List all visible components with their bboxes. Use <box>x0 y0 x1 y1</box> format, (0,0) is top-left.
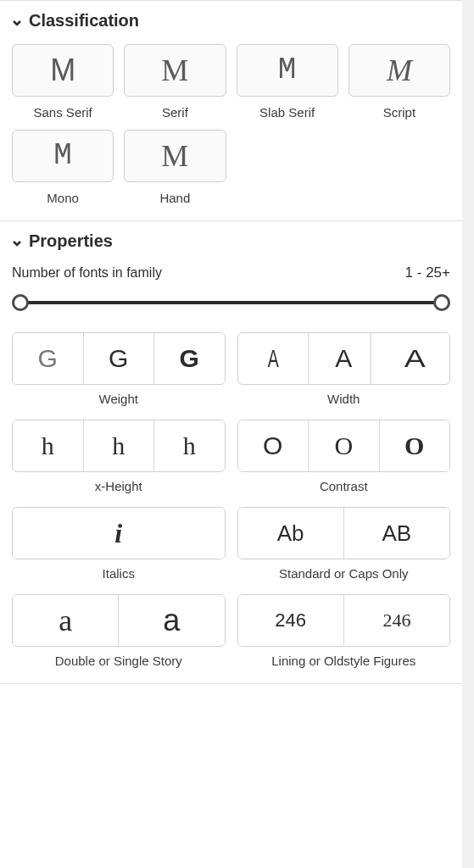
classification-item-serif: M Serif <box>124 44 226 120</box>
glyph-slab-serif: M <box>278 55 297 86</box>
xheight-option-mid[interactable]: h <box>83 420 154 471</box>
caps-option-standard[interactable]: Ab <box>238 508 343 559</box>
caps-option-capsonly[interactable]: AB <box>343 508 449 559</box>
width-block: A A A Width <box>237 332 451 406</box>
figures-option-oldstyle[interactable]: 246 <box>343 595 449 646</box>
classification-label: Script <box>383 105 415 120</box>
classification-header[interactable]: Classification <box>12 11 450 31</box>
weight-option-bold[interactable]: G <box>153 333 225 384</box>
italics-block: i Italics <box>12 507 226 581</box>
italics-segment: i <box>12 507 226 559</box>
figures-option-lining[interactable]: 246 <box>238 595 343 646</box>
classification-card-serif[interactable]: M <box>124 44 226 97</box>
classification-item-mono: M Mono <box>12 130 114 205</box>
width-option-regular[interactable]: A <box>308 333 379 384</box>
figures-block: 246 246 Lining or Oldstyle Figures <box>237 594 451 668</box>
xheight-label: x-Height <box>95 479 142 493</box>
contrast-label: Contrast <box>320 479 368 493</box>
story-option-double[interactable]: a <box>13 595 118 646</box>
classification-card-slab-serif[interactable]: M <box>237 44 338 97</box>
glyph-serif: M <box>161 55 188 86</box>
glyph-hand: M <box>161 141 188 171</box>
classification-card-mono[interactable]: M <box>12 130 114 182</box>
family-count-label: Number of fonts in family <box>12 265 162 281</box>
properties-grid: G G G Weight A A A Width h h h x-Height <box>12 332 450 668</box>
slider-handle-min[interactable] <box>12 294 29 311</box>
xheight-option-low[interactable]: h <box>13 420 83 471</box>
classification-card-sans-serif[interactable]: M <box>12 44 114 97</box>
chevron-down-icon <box>12 236 22 247</box>
classification-card-hand[interactable]: M <box>124 130 226 182</box>
properties-header[interactable]: Properties <box>12 231 450 251</box>
xheight-block: h h h x-Height <box>12 420 226 493</box>
classification-label: Sans Serif <box>34 105 92 120</box>
properties-title: Properties <box>29 231 113 251</box>
weight-option-regular[interactable]: G <box>83 333 154 384</box>
contrast-option-high[interactable]: O <box>379 420 450 471</box>
classification-title: Classification <box>29 11 139 31</box>
weight-label: Weight <box>99 392 138 406</box>
chevron-down-icon <box>12 16 22 26</box>
classification-label: Mono <box>47 191 79 205</box>
width-option-wide[interactable]: A <box>370 333 450 384</box>
classification-label: Slab Serif <box>259 105 315 120</box>
classification-grid: M Sans Serif M Serif M Slab Serif M Scri… <box>12 44 450 205</box>
weight-block: G G G Weight <box>12 332 226 406</box>
properties-section: Properties Number of fonts in family 1 -… <box>0 221 462 684</box>
classification-item-script: M Script <box>349 44 450 120</box>
xheight-option-high[interactable]: h <box>153 420 225 471</box>
figures-label: Lining or Oldstyle Figures <box>271 654 415 668</box>
classification-item-sans-serif: M Sans Serif <box>12 44 114 120</box>
family-count-row: Number of fonts in family 1 - 25+ <box>12 264 450 281</box>
contrast-segment: O O O <box>237 420 451 472</box>
caps-segment: Ab AB <box>237 507 451 559</box>
contrast-block: O O O Contrast <box>237 420 451 493</box>
slider-track <box>20 301 442 304</box>
story-segment: a a <box>12 594 226 647</box>
scrollbar-gutter[interactable] <box>462 0 474 684</box>
story-block: a a Double or Single Story <box>12 594 226 668</box>
classification-item-slab-serif: M Slab Serif <box>237 44 338 120</box>
weight-option-thin[interactable]: G <box>13 333 83 384</box>
contrast-option-low[interactable]: O <box>238 420 309 471</box>
classification-section: Classification M Sans Serif M Serif M Sl… <box>0 1 462 221</box>
italics-label: Italics <box>103 566 135 581</box>
glyph-mono: M <box>53 141 72 171</box>
classification-card-script[interactable]: M <box>349 44 450 97</box>
slider-handle-max[interactable] <box>433 294 450 311</box>
classification-item-hand: M Hand <box>124 130 226 205</box>
width-segment: A A A <box>237 332 451 385</box>
width-label: Width <box>327 392 360 406</box>
family-count-range: 1 - 25+ <box>405 264 450 281</box>
figures-segment: 246 246 <box>237 594 451 647</box>
xheight-segment: h h h <box>12 420 226 472</box>
contrast-option-mid[interactable]: O <box>308 420 379 471</box>
story-label: Double or Single Story <box>55 654 182 668</box>
italics-option[interactable]: i <box>13 508 225 559</box>
caps-block: Ab AB Standard or Caps Only <box>237 507 451 581</box>
caps-label: Standard or Caps Only <box>279 566 409 581</box>
classification-label: Hand <box>159 191 190 205</box>
story-option-single[interactable]: a <box>118 595 224 646</box>
family-count-slider[interactable] <box>12 293 450 312</box>
glyph-sans-serif: M <box>50 55 75 86</box>
weight-segment: G G G <box>12 332 226 385</box>
width-option-narrow[interactable]: A <box>250 333 296 384</box>
glyph-script: M <box>387 55 412 86</box>
classification-label: Serif <box>162 105 188 120</box>
